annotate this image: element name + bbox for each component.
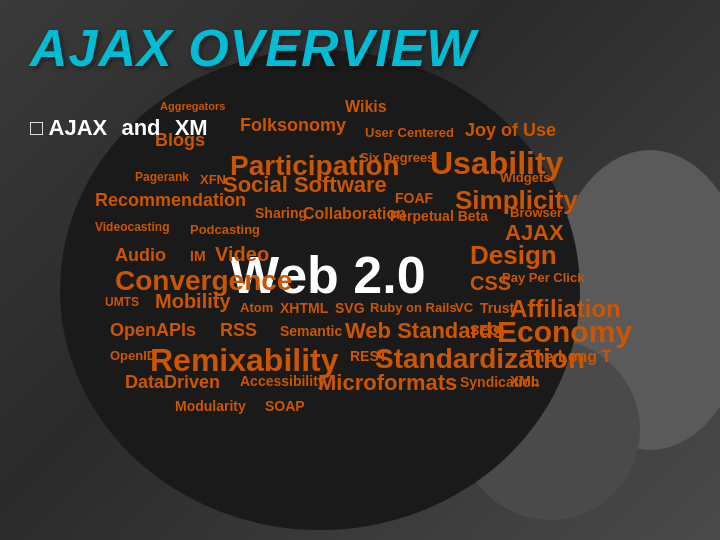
cloud-word: OpenAPIs [110,320,196,341]
cloud-word: Mobility [155,290,231,313]
cloud-word: FOAF [395,190,433,206]
cloud-word: Accessibility [240,373,326,389]
cloud-word: Atom [240,300,273,315]
cloud-word: Joy of Use [465,120,556,141]
cloud-word: Widgets [500,170,550,185]
cloud-word: Pagerank [135,170,189,184]
cloud-word: Perpetual Beta [390,208,488,224]
cloud-word: Syndication [460,374,539,390]
cloud-word: User Centered [365,125,454,140]
cloud-word: The Long T [525,348,611,366]
cloud-word: Sharing [255,205,307,221]
cloud-word: Design [470,240,557,271]
cloud-word: Audio [115,245,166,266]
cloud-word: IM [190,248,206,264]
cloud-word: Wikis [345,98,387,116]
cloud-word: SOAP [265,398,305,414]
page-title: AJAX OVERVIEW [30,18,476,78]
cloud-word: VC [455,300,473,315]
cloud-word: Video [215,243,269,266]
cloud-word: Pay Per Click [502,270,584,285]
cloud-word: XHTML [280,300,328,316]
cloud-word: DataDriven [125,372,220,393]
word-cloud: Web 2.0 AggregatorsWikisFolksonomyBlogsU… [55,90,565,510]
cloud-word: Podcasting [190,222,260,237]
cloud-word: UMTS [105,295,139,309]
cloud-word: Videocasting [95,220,169,234]
cloud-word: Microformats [318,370,457,396]
cloud-word: SVG [335,300,365,316]
cloud-word: Folksonomy [240,115,346,136]
cloud-word: Six Degrees [360,150,434,165]
cloud-word: SEO [470,322,500,338]
bullet-point: □ AJAX and XM [30,115,208,141]
cloud-word: Browser [510,205,562,220]
cloud-word: Semantic [280,323,342,339]
bullet-prefix: □ AJAX [30,115,107,140]
cloud-word: Ruby on Rails [370,300,457,315]
bullet-suffix: XM [175,115,208,140]
cloud-word: RSS [220,320,257,341]
cloud-word: Aggregators [160,100,225,112]
cloud-word: Social Software [223,172,387,198]
cloud-word: Modularity [175,398,246,414]
bullet-and: and [121,115,160,140]
